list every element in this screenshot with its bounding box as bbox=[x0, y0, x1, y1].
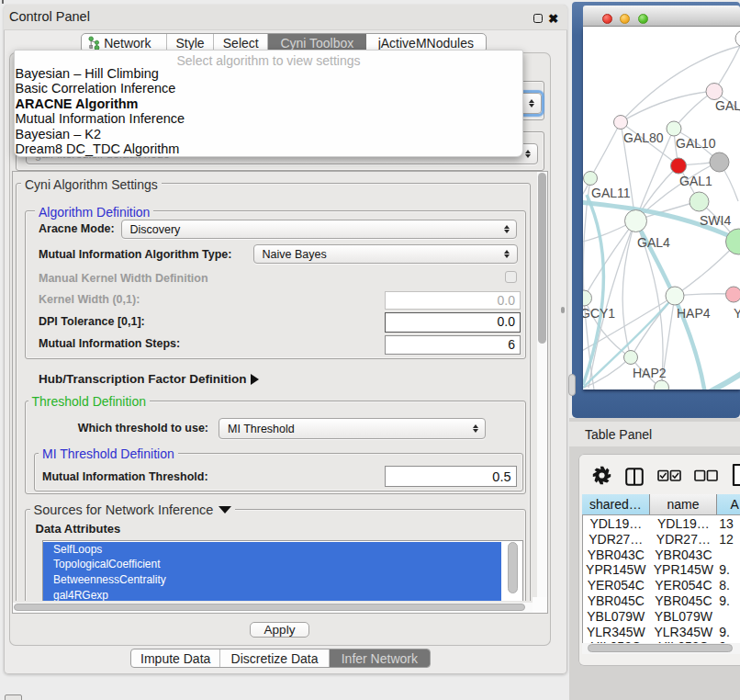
splitter-dot[interactable] bbox=[561, 307, 565, 313]
network-graph: GALGAL80GAL10GAL1GAL11SWI4GAL4GCY1HAP4YH… bbox=[583, 27, 740, 390]
network-node[interactable] bbox=[583, 290, 592, 306]
which-threshold-label: Which threshold to use: bbox=[78, 422, 208, 435]
table-panel-header[interactable]: Table Panel bbox=[569, 422, 740, 446]
network-node[interactable] bbox=[671, 158, 687, 174]
network-node[interactable] bbox=[706, 84, 723, 100]
control-panel-titlebar[interactable]: Control Panel ✖ bbox=[4, 5, 567, 30]
table-row[interactable]: YBR043CYBR043C bbox=[582, 548, 740, 563]
data-attribute-item[interactable]: BetweennessCentrality bbox=[43, 572, 501, 588]
network-node[interactable] bbox=[614, 116, 628, 130]
mi-steps-field[interactable]: 6 bbox=[385, 335, 521, 356]
aracne-mode-combobox[interactable]: Discovery bbox=[121, 220, 518, 239]
data-attribute-item[interactable]: gal4RGexp bbox=[43, 588, 501, 601]
network-node[interactable] bbox=[726, 229, 740, 254]
network-node[interactable] bbox=[625, 210, 647, 232]
sources-group-title: Sources for Network Inference bbox=[30, 502, 236, 517]
horizontal-scrollbar[interactable] bbox=[13, 603, 533, 613]
tab-discretize-data[interactable]: Discretize Data bbox=[220, 649, 329, 667]
network-node[interactable] bbox=[710, 152, 729, 172]
split-columns-icon[interactable] bbox=[625, 468, 644, 486]
network-edge[interactable] bbox=[631, 296, 675, 357]
table-row[interactable]: YPR145WYPR145W9. bbox=[582, 562, 740, 578]
tab-infer-network[interactable]: Infer Network bbox=[330, 649, 430, 667]
table-row[interactable]: YBL079WYBL079W bbox=[582, 609, 740, 625]
network-edge[interactable] bbox=[621, 91, 714, 122]
close-icon[interactable]: ✖ bbox=[548, 14, 558, 24]
dropdown-item[interactable]: Basic Correlation Inference bbox=[15, 81, 522, 96]
manual-kernel-width-checkbox[interactable] bbox=[505, 271, 517, 283]
dropdown-item[interactable]: Bayesian – K2 bbox=[15, 127, 522, 142]
table-cell: YDR27… bbox=[650, 532, 718, 548]
network-node-label: GAL bbox=[715, 98, 740, 113]
minimize-traffic-light[interactable] bbox=[620, 14, 630, 24]
table-hscrollbar-thumb[interactable] bbox=[588, 644, 733, 652]
dpi-tolerance-label: DPI Tolerance [0,1]: bbox=[39, 315, 145, 328]
triangle-down-icon[interactable] bbox=[219, 506, 231, 514]
expand-right-icon[interactable] bbox=[251, 374, 259, 385]
table-cell bbox=[717, 548, 740, 563]
network-node-label: GAL4 bbox=[637, 235, 670, 250]
minimized-window-icon[interactable] bbox=[5, 694, 22, 700]
tab-network-label: Network bbox=[104, 36, 151, 51]
table-cell: YER054C bbox=[650, 578, 718, 593]
sources-group-title-text: Sources for Network Inference bbox=[34, 502, 214, 517]
horizontal-scrollbar-thumb[interactable] bbox=[14, 604, 525, 611]
data-attribute-item[interactable]: SelfLoops bbox=[43, 542, 501, 558]
network-node[interactable] bbox=[690, 192, 709, 211]
table-row[interactable]: YDL19…YDL19…13 bbox=[582, 516, 740, 532]
network-edge-thick[interactable] bbox=[583, 195, 603, 385]
kernel-width-field[interactable]: 0.0 bbox=[385, 291, 521, 310]
network-edge[interactable] bbox=[622, 220, 635, 357]
tab-impute-data[interactable]: Impute Data bbox=[131, 649, 220, 667]
data-attribute-item[interactable]: TopologicalCoefficient bbox=[43, 557, 501, 572]
network-window-titlebar[interactable] bbox=[583, 6, 740, 27]
dropdown-items: Bayesian – Hill ClimbingBasic Correlatio… bbox=[15, 66, 522, 158]
table-cell: 12 bbox=[717, 532, 740, 548]
dpi-tolerance-field[interactable]: 0.0 bbox=[385, 312, 521, 333]
vertical-scrollbar-thumb[interactable] bbox=[538, 173, 546, 344]
table-row[interactable]: YLR345WYLR345W9. bbox=[582, 625, 740, 640]
network-edge-thick[interactable] bbox=[686, 369, 740, 390]
table-column-header[interactable]: name bbox=[650, 494, 718, 514]
close-traffic-light[interactable] bbox=[602, 14, 612, 24]
which-threshold-combobox[interactable]: MI Threshold bbox=[219, 418, 486, 439]
network-edge[interactable] bbox=[590, 122, 621, 178]
network-node[interactable] bbox=[584, 172, 598, 186]
document-icon[interactable] bbox=[732, 463, 740, 487]
table-row[interactable]: YBR045CYBR045C9. bbox=[582, 593, 740, 609]
dropdown-item[interactable]: Dream8 DC_TDC Algorithm bbox=[15, 141, 522, 157]
network-node[interactable] bbox=[666, 287, 684, 305]
list-scrollbar-thumb[interactable] bbox=[508, 542, 518, 593]
dropdown-item[interactable]: Mutual Information Inference bbox=[15, 111, 522, 127]
vertical-scrollbar[interactable] bbox=[537, 172, 547, 602]
float-window-icon[interactable] bbox=[533, 14, 543, 23]
gear-icon[interactable] bbox=[592, 466, 611, 485]
network-canvas[interactable]: GALGAL80GAL10GAL1GAL11SWI4GAL4GCY1HAP4YH… bbox=[583, 27, 740, 390]
which-threshold-value: MI Threshold bbox=[228, 423, 295, 435]
zoom-traffic-light[interactable] bbox=[638, 14, 648, 24]
table-cell: YPR145W bbox=[582, 562, 650, 578]
dropdown-item[interactable]: ARACNE Algorithm bbox=[15, 96, 522, 112]
network-node-label: GCY1 bbox=[583, 306, 615, 321]
data-attributes-label: Data Attributes bbox=[36, 522, 121, 536]
hub-section-label[interactable]: Hub/Transcription Factor Definition bbox=[39, 372, 247, 386]
mi-threshold-group-title: MI Threshold Definition bbox=[39, 446, 178, 461]
unchecked-pair-icon[interactable] bbox=[694, 469, 718, 482]
mi-threshold-field[interactable]: 0.5 bbox=[385, 466, 517, 488]
network-node[interactable] bbox=[726, 287, 740, 302]
apply-button[interactable]: Apply bbox=[250, 622, 309, 638]
network-node[interactable] bbox=[655, 380, 669, 390]
table-row[interactable]: YDR27…YDR27…12 bbox=[582, 532, 740, 548]
aracne-mode-label: Aracne Mode: bbox=[39, 222, 115, 235]
table-column-header[interactable]: shared… bbox=[582, 494, 650, 514]
mi-algorithm-type-combobox[interactable]: Naive Bayes bbox=[253, 244, 518, 264]
checked-pair-icon[interactable] bbox=[657, 469, 681, 482]
network-node[interactable] bbox=[735, 30, 740, 47]
table-column-header[interactable]: A bbox=[717, 494, 740, 514]
table-cell bbox=[717, 609, 740, 625]
table-hscrollbar[interactable] bbox=[582, 643, 740, 654]
network-node[interactable] bbox=[667, 121, 681, 136]
table-row[interactable]: YER054CYER054C8. bbox=[582, 578, 740, 593]
network-node[interactable] bbox=[624, 351, 638, 365]
splitter-grip[interactable] bbox=[568, 374, 576, 396]
